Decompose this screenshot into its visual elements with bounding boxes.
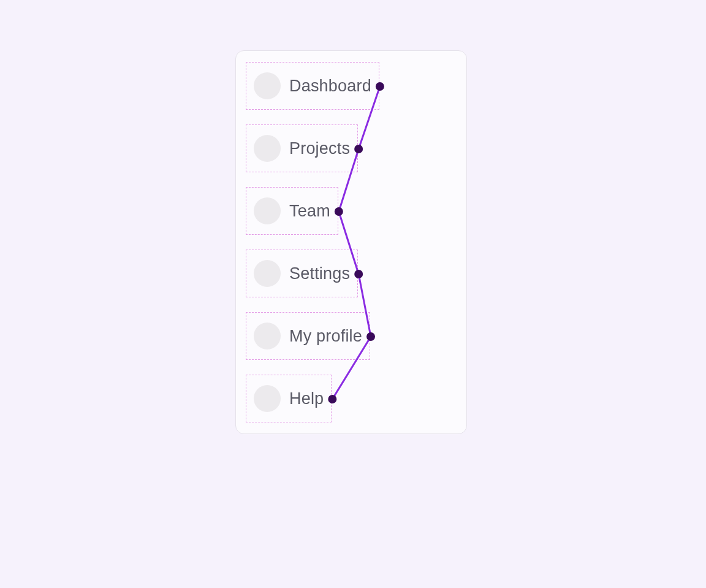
nav-icon <box>254 72 281 99</box>
nav-item-label: Dashboard <box>289 77 371 96</box>
nav-icon <box>254 385 281 412</box>
nav-item-team[interactable]: Team <box>246 187 338 235</box>
nav-item-settings[interactable]: Settings <box>246 250 358 297</box>
nav-item-label: Settings <box>289 264 350 283</box>
nav-item-help[interactable]: Help <box>246 375 332 422</box>
nav-icon <box>254 135 281 162</box>
nav-item-label: My profile <box>289 327 362 346</box>
nav-item-projects[interactable]: Projects <box>246 124 358 172</box>
nav-icon <box>254 197 281 224</box>
nav-card: Dashboard Projects Team Settings My prof… <box>235 50 467 434</box>
nav-item-my-profile[interactable]: My profile <box>246 312 370 360</box>
nav-icon <box>254 323 281 349</box>
nav-item-label: Projects <box>289 139 350 158</box>
nav-icon <box>254 260 281 287</box>
nav-item-dashboard[interactable]: Dashboard <box>246 62 379 110</box>
nav-item-label: Help <box>289 389 324 408</box>
nav-item-label: Team <box>289 202 330 221</box>
